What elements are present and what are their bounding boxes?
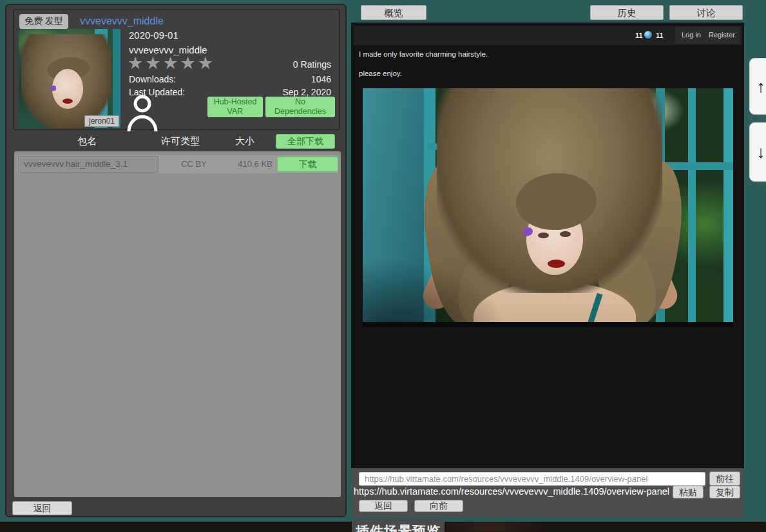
- resource-thumbnail[interactable]: jeron01: [19, 29, 120, 128]
- vam-hub-resource-screen: 免费 发型 vvvevevvv_middle jeron01 2020-09-0…: [0, 0, 766, 532]
- ratings-count: 0 Ratings: [293, 59, 331, 70]
- free-hairstyle-badge: 免费 发型: [19, 14, 68, 29]
- browser-controls: 前往 https://hub.virtamate.com/resources/v…: [351, 468, 744, 517]
- resource-panel: 免费 发型 vvvevevvv_middle jeron01 2020-09-0…: [5, 4, 347, 517]
- scroll-down-button[interactable]: ↓: [749, 122, 766, 182]
- column-size: 大小: [219, 135, 271, 147]
- package-list: vvvevevvv.hair_middle_3.1 CC BY 410.6 KB…: [14, 151, 341, 497]
- column-license-type: 许可类型: [145, 135, 216, 147]
- package-name-cell[interactable]: vvvevevvv.hair_middle_3.1: [18, 156, 158, 173]
- panel-back-button[interactable]: 返回: [12, 501, 72, 515]
- register-link[interactable]: Register: [709, 31, 735, 39]
- thumbnail-art: [113, 29, 120, 128]
- resource-info-card: 免费 发型 vvvevevvv_middle jeron01 2020-09-0…: [13, 9, 340, 130]
- license-cell: CC BY: [165, 155, 223, 173]
- account-links-box: Log in Register: [675, 27, 740, 44]
- preview-image: [363, 88, 733, 327]
- resource-date: 2020-09-01: [129, 30, 178, 41]
- tab-overview[interactable]: 概览: [361, 5, 426, 20]
- rating-stars[interactable]: ★★★★★: [128, 53, 215, 73]
- hub-webview: 11 11 Log in Register I made only favori…: [351, 23, 744, 468]
- last-updated-value: Sep 2, 2020: [282, 87, 331, 97]
- arrow-up-icon: ↑: [757, 77, 765, 97]
- webview-header: 11 11 Log in Register: [353, 26, 742, 45]
- download-button[interactable]: 下载: [277, 157, 338, 172]
- no-dependencies-badge: No Dependencies: [265, 97, 335, 117]
- sphere-icon: [644, 31, 652, 39]
- url-input[interactable]: [359, 472, 705, 486]
- background-ui-bar: 插件场景预览: [352, 519, 445, 532]
- user-icon: [124, 91, 161, 131]
- preview-art: [363, 88, 733, 327]
- preview-art: [363, 322, 733, 327]
- arrow-down-icon: ↓: [757, 142, 765, 162]
- download-all-button[interactable]: 全部下载: [276, 134, 335, 149]
- author-badge: jeron01: [84, 115, 119, 127]
- paste-button[interactable]: 粘贴: [673, 486, 704, 499]
- current-url-text: https://hub.virtamate.com/resources/vvve…: [354, 486, 689, 497]
- tab-discussion[interactable]: 讨论: [669, 5, 743, 20]
- login-link[interactable]: Log in: [682, 31, 701, 39]
- counter-right: 11: [656, 32, 664, 39]
- description-line: please enjoy.: [359, 70, 402, 77]
- go-button[interactable]: 前往: [709, 471, 740, 486]
- tab-history[interactable]: 历史: [590, 5, 664, 20]
- size-cell: 410.6 KB: [226, 155, 284, 173]
- thumbnail-art: [62, 99, 73, 104]
- browser-back-button[interactable]: 返回: [359, 500, 408, 512]
- resource-title-link[interactable]: vvvevevvv_middle: [80, 15, 164, 27]
- background-ui-label: 插件场景预览: [352, 522, 445, 532]
- counter-left: 11: [635, 32, 643, 39]
- downloads-label: Downloads:: [129, 74, 176, 84]
- table-row: vvvevevvv.hair_middle_3.1 CC BY 410.6 KB…: [17, 155, 338, 173]
- hub-hosted-var-badge: Hub-Hosted VAR: [207, 97, 263, 117]
- copy-button[interactable]: 复制: [709, 486, 740, 499]
- column-package-name: 包名: [45, 135, 129, 147]
- description-line: I made only favorite charming hairstyle.: [359, 50, 488, 58]
- downloads-value: 1046: [311, 74, 331, 84]
- thumbnail-art: [51, 86, 56, 91]
- scroll-up-button[interactable]: ↑: [749, 58, 766, 115]
- browser-forward-button[interactable]: 向前: [414, 500, 463, 512]
